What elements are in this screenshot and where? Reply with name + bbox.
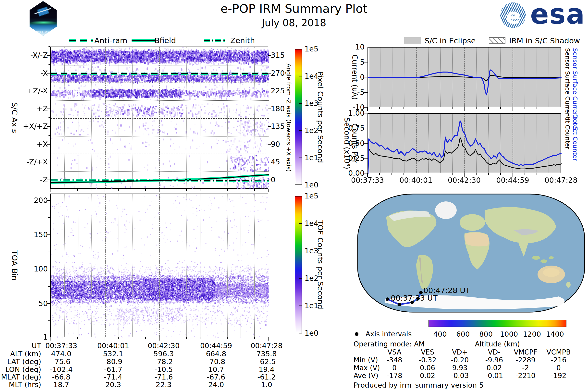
sc-axis-row-label: +X	[36, 140, 48, 148]
gridline-minor	[92, 194, 92, 337]
y-tick	[47, 73, 50, 74]
voltage-column-header: VD+	[452, 349, 468, 356]
ephemeris-value: 20.3	[105, 381, 121, 388]
sc-axis-row-label: -X	[40, 69, 48, 77]
ephemeris-value: 18.7	[54, 381, 69, 388]
y-tick	[47, 303, 50, 304]
ephemeris-value: -80.9	[104, 358, 122, 365]
x-tick	[440, 173, 440, 175]
ephemeris-value: -66.8	[52, 374, 70, 381]
y-tick-minor	[48, 46, 50, 47]
ephemeris-row-label: MLAT (deg)	[1, 374, 41, 381]
x-tick	[91, 189, 92, 190]
angle-axis-label: Angle from -Z axis (towards +X axis)	[285, 64, 291, 172]
bfield-line	[51, 175, 269, 182]
zenith-legend-line	[203, 38, 228, 43]
y-tick-minor	[48, 286, 50, 287]
bfield-legend-line	[131, 38, 156, 43]
x-tick	[524, 107, 525, 109]
altitude-colorbar	[428, 320, 566, 327]
ephemeris-value: -61.2	[257, 374, 276, 381]
ephemeris-value: 664.8	[206, 350, 226, 358]
x-tick	[159, 189, 160, 192]
ephemeris-value: 10.7	[208, 366, 224, 373]
x-tick	[536, 173, 537, 175]
y-tick	[47, 269, 50, 269]
ephemeris-value: -61.7	[104, 366, 122, 373]
y-tick	[47, 108, 50, 109]
anti-ram-legend-line	[68, 38, 93, 43]
voltage-value: -2210	[516, 372, 535, 379]
sc-axis-row-label: -Z	[40, 176, 48, 184]
time-tick-label: 00:47:28	[545, 176, 578, 184]
y-tick	[364, 173, 368, 174]
y-tick	[47, 162, 50, 162]
track-time-annotation: 00:47:28 UT	[423, 286, 470, 295]
voltage-value: -0.03	[451, 372, 469, 379]
hit-counter-label: Hit Counter	[564, 114, 570, 149]
voltage-value: -0.01	[485, 372, 503, 379]
page-date: July 08, 2018	[262, 18, 326, 28]
ephemeris-value: 00:37:33	[45, 342, 77, 349]
x-tick	[214, 337, 214, 340]
ephemeris-row-label: ALT (km)	[10, 350, 41, 358]
toa-ytick-label: 200	[34, 196, 48, 204]
x-tick	[118, 337, 118, 339]
ground-track-map: 00:37:33 UT00:47:28 UT	[357, 194, 585, 312]
ephemeris-row-label: UT	[32, 342, 41, 349]
ephemeris-value: 474.0	[51, 350, 71, 358]
colorbar-tick-label: 1e5	[304, 45, 318, 53]
voltage-column-header: VES	[421, 349, 434, 356]
y-tick-minor	[48, 64, 50, 65]
cassiope-mission-patch: CASSIOPE	[28, 1, 58, 36]
voltage-value: -0.20	[451, 356, 469, 364]
altitude-tick-label: 800	[479, 330, 493, 338]
colorbar-tick	[299, 223, 302, 224]
x-tick	[488, 173, 489, 175]
axis-intervals-label: Axis intervals	[366, 330, 412, 338]
ephemeris-value: -102.4	[50, 366, 73, 373]
y-tick	[364, 92, 368, 92]
x-tick	[173, 189, 173, 190]
toa-ytick-label: 50	[38, 300, 48, 308]
x-tick	[227, 337, 228, 339]
eclipse-legend-label: S/C in Eclipse	[424, 37, 476, 45]
x-tick	[367, 107, 368, 111]
track-point-icon	[386, 298, 389, 301]
altitude-tick-label: 600	[456, 330, 470, 338]
voltage-row-label: Max (V)	[354, 364, 380, 372]
ephemeris-value: 00:42:30	[148, 342, 180, 349]
x-tick	[561, 107, 561, 111]
y-tick	[47, 234, 50, 235]
x-tick	[227, 189, 228, 190]
y-tick	[364, 128, 368, 128]
time-tick-label: 00:37:33	[351, 176, 384, 184]
sensor_current-series	[368, 48, 562, 108]
x-tick	[50, 189, 50, 192]
y-tick-minor	[48, 82, 50, 82]
y-tick	[268, 91, 271, 91]
ephemeris-row-label: LON (deg)	[6, 366, 41, 373]
track-time-annotation: 00:37:33 UT	[391, 294, 438, 302]
colorbar-tick	[299, 306, 302, 306]
x-tick	[145, 189, 146, 190]
voltage-column-header: VSA	[388, 349, 402, 356]
cassiope-label: CASSIOPE	[35, 30, 52, 33]
x-tick	[241, 337, 241, 339]
ephemeris-value: 22.3	[156, 381, 172, 388]
x-tick	[379, 107, 380, 109]
series-line-hit-counter	[368, 138, 562, 174]
x-tick	[132, 189, 132, 190]
x-tick	[488, 107, 489, 109]
counts-ylabel: Counts PerSecond (x10³)	[343, 117, 359, 169]
angle-tick-label: 315	[271, 52, 285, 60]
ephemeris-value: 532.1	[103, 350, 123, 358]
y-tick-minor	[48, 100, 50, 100]
x-tick	[268, 189, 268, 192]
colorbar-tick	[299, 185, 302, 185]
x-tick	[50, 337, 50, 340]
direction-legend-label: Anti-ram	[94, 36, 128, 44]
y-tick	[364, 113, 368, 114]
voltage-column-header: VCMPB	[546, 349, 571, 356]
gridline-minor	[78, 194, 78, 337]
